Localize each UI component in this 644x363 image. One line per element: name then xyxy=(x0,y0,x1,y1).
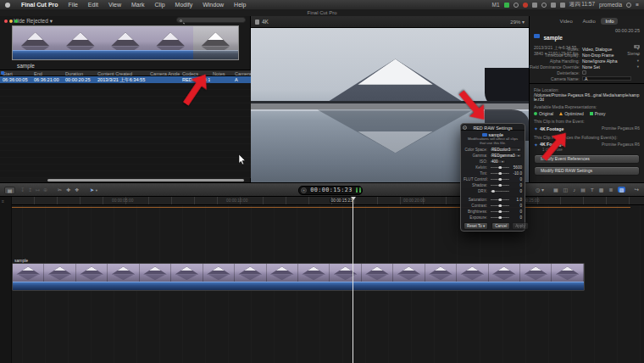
timeline-ruler[interactable]: 00:00:05:00 00:00:10:00 00:00:20:00 00:0… xyxy=(12,197,644,205)
tab-video[interactable]: Video xyxy=(556,18,577,25)
contrast-slider[interactable] xyxy=(491,205,509,206)
timeline-grid-icon[interactable]: ≡ xyxy=(2,198,4,204)
dialog-title-bar[interactable]: × RED RAW Settings xyxy=(461,124,525,131)
menu-window[interactable]: Window xyxy=(197,2,229,8)
status-circle-icon[interactable] xyxy=(514,3,519,8)
menu-file[interactable]: File xyxy=(64,2,83,8)
playhead[interactable] xyxy=(353,197,353,363)
drx-slider[interactable] xyxy=(491,191,509,192)
exposure-slider[interactable] xyxy=(491,217,509,218)
menu-help[interactable]: Help xyxy=(229,2,251,8)
viewer-zoom-popup[interactable]: 29% ▾ xyxy=(510,19,525,25)
filmstrip-frame[interactable] xyxy=(103,26,147,59)
position-tool-icon[interactable]: ❖ xyxy=(75,187,79,193)
col-camera-angle[interactable]: Camera Angle xyxy=(147,70,180,75)
gamma-popup[interactable]: REDgamma3▾ xyxy=(489,154,522,159)
status-clock[interactable]: 週四 11:57 xyxy=(569,1,596,8)
titles-browser-button[interactable]: T xyxy=(591,187,594,193)
col-start[interactable]: Start xyxy=(0,70,31,75)
photos-browser-button[interactable]: ▤ xyxy=(580,187,586,193)
filmstrip-frame[interactable] xyxy=(193,26,238,59)
status-swatch-icon[interactable] xyxy=(504,3,509,8)
trim-tool-icon[interactable]: ✚ xyxy=(66,187,70,193)
col-notes[interactable]: Notes xyxy=(210,70,232,75)
connect-edit-button[interactable]: ↧ xyxy=(20,187,25,193)
col-end[interactable]: End xyxy=(31,70,63,75)
menu-clip[interactable]: Clip xyxy=(150,2,170,8)
kelvin-slider[interactable] xyxy=(491,167,509,168)
saturation-slider[interactable] xyxy=(491,199,509,200)
col-camera[interactable]: Camera xyxy=(232,70,251,75)
close-icon[interactable]: × xyxy=(463,126,467,130)
iso-popup[interactable]: 400▾ xyxy=(489,159,506,165)
list-empty-rows[interactable] xyxy=(0,83,251,178)
filmstrip-frame[interactable] xyxy=(13,26,58,59)
roles-popup[interactable]: Video, Dialogue▾ xyxy=(582,47,644,52)
append-edit-button[interactable]: ↦ xyxy=(36,187,40,193)
window-zoom-icon[interactable] xyxy=(14,20,18,23)
modify-red-raw-settings-button[interactable]: Modify RED RAW Settings xyxy=(534,166,640,176)
generators-browser-button[interactable]: ▩ xyxy=(599,187,604,193)
camera-name-field[interactable]: A xyxy=(582,76,631,81)
retime-popup[interactable]: ◷ ▾ xyxy=(536,187,544,193)
active-media-button[interactable]: ▨ xyxy=(618,187,625,193)
notification-center-icon[interactable]: ≡ xyxy=(636,2,639,8)
select-tool-popup[interactable]: ➤ ▾ xyxy=(90,187,97,193)
apple-menu-icon[interactable] xyxy=(5,3,10,8)
list-view-header[interactable]: Start End Duration Content Created Camer… xyxy=(0,70,251,76)
color-space-popup[interactable]: REDcolor3▾ xyxy=(489,148,522,153)
drx-row: DRX: 0 xyxy=(461,188,525,194)
spotlight-icon[interactable] xyxy=(626,3,631,8)
reset-to-button[interactable]: Reset To ▾ xyxy=(464,222,488,230)
timeline-clip[interactable] xyxy=(12,263,585,291)
field-dominance-popup[interactable]: None Set▾ xyxy=(582,64,644,70)
music-browser-button[interactable]: ♪ xyxy=(573,187,575,193)
flut-slider[interactable] xyxy=(491,179,509,180)
window-minimize-icon[interactable] xyxy=(9,20,13,23)
timecode-display[interactable]: 00:00:15:23 xyxy=(307,187,356,193)
search-input[interactable] xyxy=(176,17,246,23)
col-duration[interactable]: Duration xyxy=(63,70,95,75)
tint-slider[interactable] xyxy=(491,173,509,174)
overwrite-edit-button[interactable]: ⊕ xyxy=(43,187,47,193)
status-display-icon[interactable] xyxy=(532,3,537,8)
tab-info[interactable]: Info xyxy=(601,18,618,25)
col-content-created[interactable]: Content Created xyxy=(95,70,147,75)
deinterlace-checkbox[interactable] xyxy=(582,70,586,75)
status-record-icon[interactable] xyxy=(523,3,528,8)
apply-button[interactable]: Apply xyxy=(512,222,528,230)
background-tasks-button[interactable]: + xyxy=(301,187,307,193)
clip-filmstrip[interactable] xyxy=(12,25,239,60)
tab-audio[interactable]: Audio xyxy=(578,18,599,25)
menu-modify[interactable]: Modify xyxy=(170,2,198,8)
status-sync-icon[interactable] xyxy=(541,3,547,8)
window-title-bar[interactable]: Final Cut Pro xyxy=(0,9,644,16)
effects-browser-button[interactable]: ▦ xyxy=(553,187,558,193)
alpha-handling-popup[interactable]: None/Ignore Alpha▾ xyxy=(582,59,644,64)
insert-edit-button[interactable]: ↥ xyxy=(28,187,32,193)
audio-meter-icon[interactable] xyxy=(356,187,358,193)
menu-view[interactable]: View xyxy=(103,2,126,8)
share-button[interactable]: ↪ xyxy=(635,187,639,193)
timeline-index-button[interactable]: ▤ xyxy=(4,187,15,194)
themes-browser-button[interactable]: ≣ xyxy=(608,187,613,193)
cancel-button[interactable]: Cancel xyxy=(491,222,510,230)
menu-edit[interactable]: Edit xyxy=(83,2,103,8)
transitions-browser-button[interactable]: ◫ xyxy=(564,187,569,193)
window-close-icon[interactable] xyxy=(4,20,8,23)
horizontal-scrollbar[interactable] xyxy=(47,179,244,182)
status-wifi-icon[interactable] xyxy=(560,3,565,8)
brightness-slider[interactable] xyxy=(491,211,509,212)
menu-app[interactable]: Final Cut Pro xyxy=(16,2,64,8)
audio-meter-icon[interactable] xyxy=(359,187,361,193)
filmstrip-frame[interactable] xyxy=(58,26,103,59)
blade-tool-icon[interactable]: ✂ xyxy=(58,187,62,193)
status-volume-icon[interactable] xyxy=(551,3,556,8)
filmstrip-frame[interactable] xyxy=(148,26,193,59)
status-user[interactable]: promedia xyxy=(599,2,622,8)
shadow-slider[interactable] xyxy=(491,185,509,186)
from-event-row[interactable]: ✦ 4K Footage Promise Pegasus R6 xyxy=(534,126,640,131)
timecode-display-popup[interactable]: Non-Drop Frame▾ xyxy=(582,53,644,58)
menu-mark[interactable]: Mark xyxy=(126,2,150,8)
red-raw-settings-dialog[interactable]: × RED RAW Settings sample Modifications … xyxy=(460,123,525,232)
